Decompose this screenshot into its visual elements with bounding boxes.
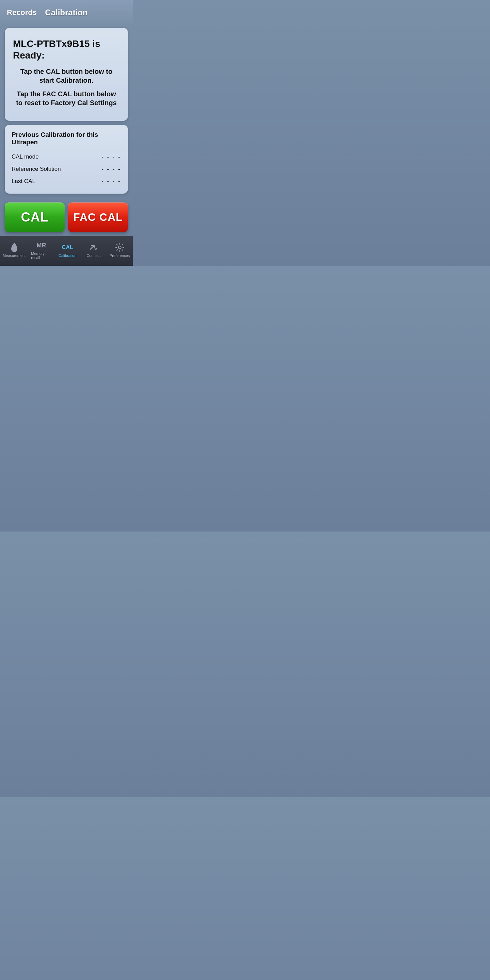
cal-mode-label: CAL mode: [11, 153, 39, 160]
header: Records Calibration: [0, 0, 133, 24]
prev-calibration-card: Previous Calibration for this Ultrapen C…: [5, 125, 128, 194]
page-title: Calibration: [45, 8, 88, 18]
main-content: MLC-PTBTx9B15 is Ready: Tap the CAL butt…: [0, 24, 133, 198]
svg-point-0: [118, 246, 121, 249]
measurement-label: Measurement: [3, 253, 25, 258]
cal-mode-row: CAL mode - - - -: [11, 151, 121, 163]
fac-cal-button[interactable]: FAC CAL: [68, 202, 128, 232]
calibration-nav-icon: CAL: [63, 243, 72, 252]
device-status: MLC-PTBTx9B15 is Ready:: [13, 38, 120, 61]
ready-card: MLC-PTBTx9B15 is Ready: Tap the CAL butt…: [5, 28, 128, 121]
nav-item-preferences[interactable]: Preferences: [107, 241, 133, 259]
cal-instruction: Tap the CAL button below to start Calibr…: [13, 67, 120, 85]
fac-cal-instruction: Tap the FAC CAL button below to reset to…: [13, 89, 120, 107]
records-link[interactable]: Records: [7, 8, 37, 17]
memory-recall-label: Memory recall: [31, 251, 52, 259]
last-cal-row: Last CAL - - - -: [11, 175, 121, 188]
connect-icon: [89, 243, 98, 252]
action-buttons: CAL FAC CAL: [0, 198, 133, 236]
last-cal-label: Last CAL: [11, 178, 35, 185]
nav-item-calibration[interactable]: CAL Calibration: [54, 241, 81, 259]
gear-icon: [115, 243, 124, 252]
memory-recall-icon: MR: [37, 240, 46, 250]
prev-cal-title: Previous Calibration for this Ultrapen: [11, 131, 121, 146]
nav-item-connect[interactable]: Connect: [81, 241, 107, 259]
cal-button[interactable]: CAL: [5, 202, 65, 232]
bottom-nav: Measurement MR Memory recall CAL Calibra…: [0, 236, 133, 266]
nav-item-memory-recall[interactable]: MR Memory recall: [28, 239, 54, 261]
reference-solution-label: Reference Solution: [11, 166, 61, 172]
calibration-label: Calibration: [59, 253, 76, 258]
cal-mode-value: - - - -: [102, 153, 121, 160]
measurement-icon: [10, 243, 19, 252]
nav-item-measurement[interactable]: Measurement: [0, 241, 28, 259]
reference-solution-value: - - - -: [102, 166, 121, 172]
last-cal-value: - - - -: [102, 178, 121, 185]
preferences-label: Preferences: [110, 253, 130, 258]
reference-solution-row: Reference Solution - - - -: [11, 163, 121, 175]
connect-label: Connect: [86, 253, 100, 258]
